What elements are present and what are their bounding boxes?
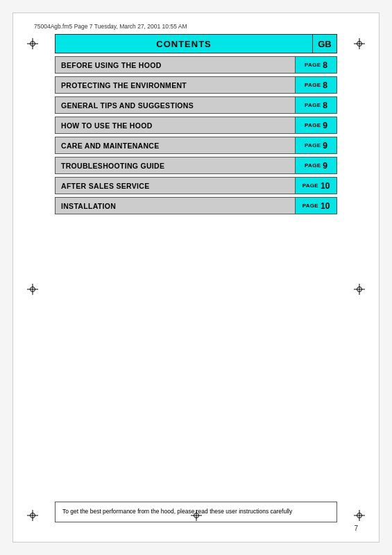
- crosshair-top-left: [27, 38, 38, 49]
- crosshair-bottom-right: [354, 510, 365, 521]
- page-word-4: PAGE: [305, 142, 321, 148]
- page-num-0: 8: [323, 60, 327, 70]
- page-num-6: 10: [321, 181, 330, 191]
- page-container: 75004Agb.fm5 Page 7 Tuesday, March 27, 2…: [0, 0, 392, 555]
- contents-title: CONTENTS: [55, 34, 312, 53]
- content-area: CONTENTS GB BEFORE USING THE HOODPAGE8PR…: [55, 34, 337, 217]
- toc-label-7: INSTALLATION: [56, 198, 295, 214]
- bottom-note-text: To get the best performance from the hoo…: [62, 508, 292, 515]
- page-num-4: 9: [323, 141, 327, 151]
- toc-label-1: PROTECTING THE ENVIRONMENT: [56, 77, 295, 93]
- toc-page-2: PAGE8: [295, 97, 336, 113]
- file-info: 75004Agb.fm5 Page 7 Tuesday, March 27, 2…: [34, 23, 187, 30]
- contents-header: CONTENTS GB: [55, 34, 337, 53]
- toc-page-4: PAGE9: [295, 137, 336, 153]
- page-word-1: PAGE: [305, 82, 321, 88]
- toc-row-1: PROTECTING THE ENVIRONMENTPAGE8: [55, 76, 337, 94]
- crosshair-bottom-left: [27, 510, 38, 521]
- toc-page-1: PAGE8: [295, 77, 336, 93]
- toc-label-4: CARE AND MAINTENANCE: [56, 137, 295, 153]
- toc-page-6: PAGE10: [295, 178, 336, 194]
- crosshair-mid-left: [27, 284, 38, 295]
- toc-page-0: PAGE8: [295, 57, 336, 73]
- toc-row-2: GENERAL TIPS AND SUGGESTIONSPAGE8: [55, 96, 337, 114]
- toc-list: BEFORE USING THE HOODPAGE8PROTECTING THE…: [55, 56, 337, 214]
- crosshair-top-right: [354, 38, 365, 49]
- contents-gb: GB: [312, 34, 337, 53]
- page-word-0: PAGE: [305, 62, 321, 68]
- toc-page-7: PAGE10: [295, 198, 336, 214]
- toc-row-5: TROUBLESHOOTING GUIDEPAGE9: [55, 157, 337, 174]
- page-num-7: 10: [321, 201, 330, 211]
- toc-row-4: CARE AND MAINTENANCEPAGE9: [55, 137, 337, 154]
- bottom-note: To get the best performance from the hoo…: [55, 502, 337, 522]
- page-num-1: 8: [323, 80, 327, 90]
- toc-row-0: BEFORE USING THE HOODPAGE8: [55, 56, 337, 74]
- toc-page-3: PAGE9: [295, 117, 336, 133]
- page-word-7: PAGE: [302, 203, 318, 209]
- page-word-3: PAGE: [305, 122, 321, 128]
- page-inner: 75004Agb.fm5 Page 7 Tuesday, March 27, 2…: [12, 12, 380, 543]
- page-word-5: PAGE: [305, 162, 321, 169]
- header-line: 75004Agb.fm5 Page 7 Tuesday, March 27, 2…: [34, 23, 358, 30]
- page-word-6: PAGE: [302, 182, 318, 189]
- page-num-2: 8: [323, 101, 327, 110]
- page-num-5: 9: [323, 161, 327, 171]
- toc-row-7: INSTALLATIONPAGE10: [55, 197, 337, 214]
- page-number: 7: [354, 524, 358, 532]
- toc-label-2: GENERAL TIPS AND SUGGESTIONS: [56, 97, 295, 113]
- toc-label-5: TROUBLESHOOTING GUIDE: [56, 157, 295, 173]
- toc-label-3: HOW TO USE THE HOOD: [56, 117, 295, 133]
- toc-row-3: HOW TO USE THE HOODPAGE9: [55, 117, 337, 134]
- page-word-2: PAGE: [305, 102, 321, 108]
- crosshair-mid-right: [354, 284, 365, 295]
- toc-label-6: AFTER SALES SERVICE: [56, 178, 295, 194]
- toc-page-5: PAGE9: [295, 157, 336, 173]
- toc-label-0: BEFORE USING THE HOOD: [56, 57, 295, 73]
- toc-row-6: AFTER SALES SERVICEPAGE10: [55, 177, 337, 194]
- page-num-3: 9: [323, 121, 327, 130]
